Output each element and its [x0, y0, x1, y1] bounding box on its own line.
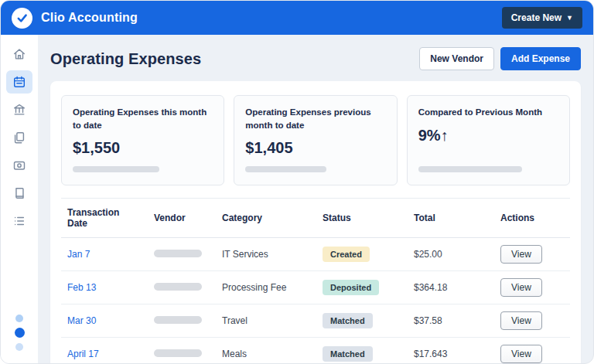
main-content: Operating Expenses New Vendor Add Expens…: [38, 35, 593, 363]
table-row: April 17 Meals Matched $17.643 View: [61, 338, 570, 363]
sidebar: [1, 35, 38, 363]
dot-icon: [15, 328, 25, 338]
transaction-date-link[interactable]: Feb 13: [67, 282, 96, 293]
ledger-icon: [12, 186, 26, 200]
view-button[interactable]: View: [500, 345, 542, 363]
total-cell: $364.18: [408, 271, 494, 304]
column-header-transaction-date: Transaction Date: [61, 199, 148, 238]
create-new-label: Create New: [511, 12, 562, 23]
documents-icon: [12, 131, 26, 145]
new-vendor-button[interactable]: New Vendor: [419, 47, 494, 70]
stat-placeholder-bar: [245, 166, 326, 172]
dot-icon: [15, 315, 23, 322]
sidebar-dots: [15, 315, 25, 351]
top-bar: Clio Accounting Create New ▼: [1, 1, 593, 35]
sidebar-item-payments[interactable]: [6, 154, 32, 177]
transactions-calendar-icon: [12, 75, 26, 89]
table-header-row: Transaction Date Vendor Category Status …: [61, 199, 570, 238]
table-row: Jan 7 IT Services Created $25.00 View: [61, 238, 570, 271]
category-cell: Processing Fee: [216, 271, 316, 304]
stat-label: Operating Expenses previous month to dat…: [245, 106, 385, 131]
create-new-button[interactable]: Create New ▼: [502, 7, 582, 29]
view-button[interactable]: View: [500, 245, 542, 264]
app-title: Clio Accounting: [41, 11, 138, 25]
stat-value: $1,550: [73, 139, 213, 157]
sidebar-item-ledger[interactable]: [6, 182, 32, 205]
payments-icon: [12, 158, 26, 172]
category-cell: Travel: [216, 304, 316, 338]
dot-icon: [15, 343, 23, 351]
total-cell: $17.643: [408, 338, 494, 363]
list-icon: [12, 214, 26, 228]
category-cell: Meals: [216, 338, 316, 363]
total-cell: $25.00: [408, 238, 494, 271]
home-icon: [12, 47, 26, 61]
vendor-placeholder: [154, 250, 202, 257]
vendor-placeholder: [154, 283, 202, 291]
column-header-status: Status: [316, 199, 408, 238]
page-title: Operating Expenses: [50, 50, 201, 68]
transaction-date-link[interactable]: Jan 7: [67, 249, 90, 260]
page-header: Operating Expenses New Vendor Add Expens…: [50, 47, 581, 70]
stat-label: Operating Expenses this month to date: [73, 106, 213, 131]
stat-value: $1,405: [245, 139, 385, 157]
stat-card-month-to-date: Operating Expenses this month to date $1…: [61, 95, 224, 185]
add-expense-button[interactable]: Add Expense: [500, 47, 581, 70]
column-header-category: Category: [216, 199, 316, 238]
column-header-vendor: Vendor: [148, 199, 216, 238]
stat-label: Compared to Previous Month: [418, 106, 558, 119]
status-badge: Deposited: [323, 280, 379, 295]
app-window: Clio Accounting Create New ▼: [0, 0, 594, 364]
view-button[interactable]: View: [500, 278, 542, 297]
stat-value: 9%↑: [418, 127, 558, 145]
status-badge: Matched: [323, 346, 373, 362]
expenses-table: Transaction Date Vendor Category Status …: [61, 198, 570, 363]
table-row: Mar 30 Travel Matched $37.58 View: [61, 304, 570, 338]
clio-logo-icon: [12, 8, 32, 29]
status-badge: Created: [323, 247, 370, 262]
column-header-total: Total: [408, 199, 494, 238]
table-row: Feb 13 Processing Fee Deposited $364.18 …: [61, 271, 570, 304]
sidebar-item-transactions[interactable]: [6, 70, 32, 94]
stat-placeholder-bar: [418, 166, 522, 172]
status-badge: Matched: [323, 313, 373, 328]
vendor-placeholder: [154, 349, 202, 357]
total-cell: $37.58: [408, 304, 494, 338]
transaction-date-link[interactable]: Mar 30: [67, 315, 96, 326]
sidebar-item-bank[interactable]: [6, 98, 32, 121]
vendor-placeholder: [154, 316, 202, 324]
bank-icon: [12, 103, 26, 117]
stat-card-comparison: Compared to Previous Month 9%↑: [407, 95, 570, 185]
content-card: Operating Expenses this month to date $1…: [50, 81, 581, 363]
stat-placeholder-bar: [73, 166, 159, 172]
sidebar-item-list[interactable]: [6, 209, 32, 233]
sidebar-item-documents[interactable]: [6, 126, 32, 149]
stats-row: Operating Expenses this month to date $1…: [61, 95, 570, 185]
sidebar-item-home[interactable]: [6, 43, 32, 66]
stat-card-previous-month: Operating Expenses previous month to dat…: [234, 95, 397, 185]
chevron-down-icon: ▼: [566, 15, 573, 22]
category-cell: IT Services: [216, 238, 316, 271]
column-header-actions: Actions: [494, 199, 570, 238]
view-button[interactable]: View: [500, 311, 542, 330]
transaction-date-link[interactable]: April 17: [67, 349, 99, 359]
